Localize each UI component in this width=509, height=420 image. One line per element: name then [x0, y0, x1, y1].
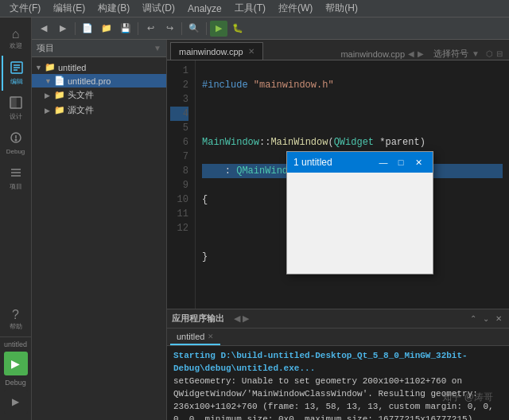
toolbar-redo-btn[interactable]: ↪ — [161, 21, 178, 37]
project-panel: 项目 ▼ ▼ 📁 untitled ▼ 📄 untitled.pro — [32, 40, 167, 420]
sidebar-label-edit: 编辑 — [10, 79, 23, 86]
menu-file[interactable]: 文件(F) — [3, 0, 47, 17]
watermark: 知乎 @涛哥 — [442, 391, 493, 404]
toolbar-undo-btn[interactable]: ↩ — [142, 21, 159, 37]
output-toolbar-left: ◀ ▶ — [234, 313, 249, 324]
toolbar-sep-2 — [138, 22, 138, 35]
project-header-label: 项目 — [37, 42, 54, 54]
projects-icon — [9, 165, 23, 182]
tree-label-untitled: untitled — [58, 63, 86, 72]
code-line-8 — [202, 278, 503, 293]
floating-minimize-btn[interactable]: — — [375, 155, 391, 169]
line-num-2: 2 — [170, 78, 188, 92]
menu-analyze[interactable]: Analyze — [181, 2, 228, 16]
file-icon-pro: 📄 — [54, 76, 65, 86]
debug-run-button[interactable]: ▶ — [4, 390, 28, 414]
tree-arrow-untitled: ▼ — [35, 64, 45, 72]
sidebar-label-debug: Debug — [6, 149, 25, 156]
line-num-4: 4 — [170, 107, 188, 121]
project-filter-icon: ▼ — [153, 44, 161, 52]
code-line-3: MainWindow::MainWindow(QWidget *parent) — [202, 135, 503, 150]
output-tab-close[interactable]: ✕ — [208, 332, 214, 340]
tree-label-sources: 源文件 — [68, 104, 94, 116]
symbol-selector[interactable]: 选择符号 — [433, 48, 468, 60]
debug-label: Debug — [5, 379, 26, 387]
content-area: ◀ ▶ 📄 📁 💾 ↩ ↪ 🔍 ▶ 🐛 项目 ▼ — [32, 18, 509, 420]
run-button[interactable]: ▶ — [4, 352, 28, 375]
toolbar-forward-btn[interactable]: ▶ — [54, 21, 72, 37]
toolbar-build-btn[interactable]: ▶ — [210, 21, 227, 37]
middle-split: 项目 ▼ ▼ 📁 untitled ▼ 📄 untitled.pro — [32, 40, 509, 420]
menu-tools[interactable]: 工具(T) — [228, 0, 272, 17]
line-num-7: 7 — [170, 150, 188, 164]
sidebar-label-help: 帮助 — [10, 324, 22, 331]
tree-item-headers[interactable]: ▶ 📁 头文件 — [32, 88, 166, 103]
edit-icon — [10, 60, 24, 77]
menu-help[interactable]: 帮助(H) — [319, 0, 364, 17]
output-toolbar-btns: ⌃ ⌄ ✕ — [468, 313, 504, 324]
line-num-6: 6 — [170, 135, 188, 150]
code-line-2 — [202, 107, 503, 121]
output-tab-untitled[interactable]: untitled ✕ — [170, 329, 220, 345]
line-num-12: 12 — [170, 221, 188, 235]
toolbar-sep-1 — [75, 22, 76, 35]
menu-edit[interactable]: 编辑(E) — [47, 0, 91, 17]
menu-debug[interactable]: 调试(D) — [136, 0, 181, 17]
line-num-3: 3 — [170, 92, 188, 107]
svg-point-8 — [15, 139, 17, 141]
floating-close-btn[interactable]: ✕ — [410, 155, 426, 169]
output-expand-btn[interactable]: ⌄ — [480, 313, 492, 324]
menu-build[interactable]: 构建(B) — [91, 0, 136, 17]
folder-icon: 📁 — [45, 62, 56, 72]
sidebar-item-welcome[interactable]: ⌂ 欢迎 — [2, 21, 30, 56]
line-num-9: 9 — [170, 178, 188, 192]
sidebar-item-design[interactable]: 设计 — [2, 91, 30, 126]
toolbar: ◀ ▶ 📄 📁 💾 ↩ ↪ 🔍 ▶ 🐛 — [32, 18, 509, 40]
sidebar-item-help[interactable]: ? 帮助 — [2, 301, 30, 336]
toolbar-back-btn[interactable]: ◀ — [35, 21, 52, 37]
tree-label-headers: 头文件 — [68, 89, 94, 101]
chevron-right-icon: ▶ — [418, 49, 424, 58]
floating-titlebar: 1 untitled — □ ✕ — [287, 152, 433, 173]
project-tree: ▼ 📁 untitled ▼ 📄 untitled.pro ▶ 📁 — [32, 57, 166, 420]
tree-label-pro: untitled.pro — [68, 76, 111, 86]
sidebar-item-projects[interactable]: 项目 — [2, 161, 30, 196]
tree-arrow-pro: ▼ — [45, 77, 54, 85]
floating-window-content — [287, 173, 433, 274]
toolbar-open-btn[interactable]: 📁 — [98, 21, 115, 37]
line-num-5: 5 — [170, 121, 188, 135]
editor-tab-mainwindow[interactable]: mainwindow.cpp ✕ — [170, 42, 263, 60]
folder-icon-headers: 📁 — [54, 90, 65, 100]
output-tab-bar: untitled ✕ — [167, 329, 509, 346]
tree-item-untitled-pro[interactable]: ▼ 📄 untitled.pro — [32, 74, 166, 88]
output-collapse-btn[interactable]: ⌃ — [468, 313, 479, 324]
tab-close-btn[interactable]: ✕ — [248, 47, 254, 56]
symbol-chevron-icon: ▼ — [472, 49, 480, 58]
sidebar-item-debug[interactable]: Debug — [2, 126, 30, 161]
floating-maximize-btn[interactable]: □ — [393, 155, 409, 169]
toolbar-save-btn[interactable]: 💾 — [117, 21, 134, 37]
svg-rect-5 — [10, 97, 16, 108]
menu-controls[interactable]: 控件(W) — [272, 0, 319, 17]
output-header: 应用程序输出 ◀ ▶ ⌃ ⌄ ✕ — [167, 309, 509, 329]
toolbar-search-btn[interactable]: 🔍 — [185, 21, 203, 37]
output-content: Starting D:\build-untitled-Desktop_Qt_5_… — [167, 346, 509, 420]
toolbar-debug-btn[interactable]: 🐛 — [229, 21, 247, 37]
output-close-btn[interactable]: ✕ — [493, 313, 504, 324]
output-title: 应用程序输出 — [172, 313, 224, 325]
tab-label-mainwindow: mainwindow.cpp — [179, 47, 243, 56]
split-icon: ⊟ — [496, 49, 503, 58]
tree-item-untitled[interactable]: ▼ 📁 untitled — [32, 60, 166, 74]
sidebar-item-edit[interactable]: 编辑 — [2, 56, 30, 91]
folder-icon-sources: 📁 — [54, 105, 65, 115]
file-indicator: mainwindow.cpp — [340, 49, 405, 59]
design-icon — [9, 95, 23, 112]
toolbar-new-btn[interactable]: 📄 — [79, 21, 96, 37]
toolbar-sep-4 — [206, 22, 207, 35]
line-numbers: 1 2 3 4 5 6 7 8 9 10 11 12 — [167, 60, 196, 309]
tree-arrow-sources: ▶ — [45, 107, 54, 115]
tree-item-sources[interactable]: ▶ 📁 源文件 — [32, 103, 166, 118]
debug-run-icon: ▶ — [12, 396, 19, 407]
line-num-1: 1 — [170, 64, 188, 78]
floating-window[interactable]: 1 untitled — □ ✕ — [286, 151, 433, 274]
